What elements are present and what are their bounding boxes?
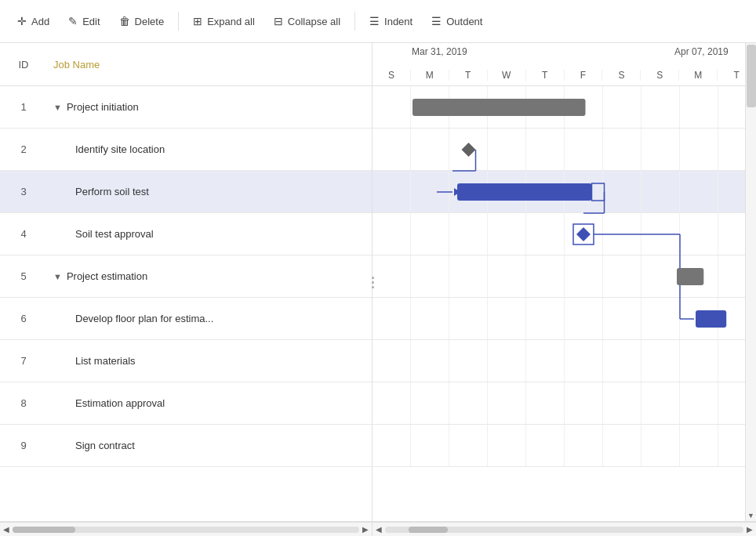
left-scroll-left-arrow[interactable]: ◀ (3, 525, 9, 534)
gantt-day-6: S (602, 70, 641, 81)
right-scrollbar[interactable]: ◀ ▶ (373, 523, 756, 536)
task-row-8[interactable]: 8Estimation approval (0, 382, 372, 425)
task-table: ID Job Name 1▼ Project initiation2Identi… (0, 43, 373, 521)
divider-2 (354, 12, 355, 31)
task-name-8: Estimation approval (47, 397, 372, 409)
gantt-cell-6-7 (642, 340, 680, 382)
gantt-cell-6-6 (603, 340, 642, 382)
gantt-cell-5-2 (449, 298, 488, 339)
gantt-panel: Mar 31, 2019 Apr 07, 2019 SMTWTFSSMT ▲ ▼ (373, 43, 756, 521)
task-row-2[interactable]: 2Identify site location (0, 129, 372, 171)
expand-arrow-5[interactable]: ▼ (53, 272, 62, 281)
gantt-cell-7-3 (488, 382, 526, 424)
gantt-cell-5-5 (565, 298, 603, 339)
gantt-cell-2-7 (642, 171, 680, 212)
collapse-all-icon: ⊟ (274, 15, 283, 27)
collapse-all-button[interactable]: ⊟ Collapse all (266, 10, 348, 32)
expand-all-button[interactable]: ⊞ Expand all (185, 10, 263, 32)
gantt-cell-8-1 (411, 425, 449, 466)
task-id-1: 1 (0, 101, 47, 113)
right-scroll-track[interactable] (385, 527, 743, 533)
gantt-cell-0-6 (603, 86, 642, 128)
gantt-cell-2-4 (526, 171, 565, 212)
task-name-7: List materials (47, 355, 372, 367)
outdent-icon: ☰ (431, 15, 442, 27)
task-name-6: Develop floor plan for estima... (47, 313, 372, 324)
gantt-cell-7-4 (526, 382, 565, 424)
right-scroll-thumb[interactable] (409, 527, 448, 533)
gantt-cell-4-6 (603, 255, 642, 297)
gantt-cell-0-0 (373, 86, 411, 128)
task-name-5: ▼ Project estimation (47, 270, 372, 282)
gantt-day-8: M (679, 70, 718, 81)
right-scroll-right-arrow[interactable]: ▶ (747, 525, 753, 534)
gantt-cell-7-6 (603, 382, 642, 424)
gantt-cell-0-2 (449, 86, 488, 128)
gantt-cell-3-5 (565, 213, 603, 255)
left-scroll-thumb[interactable] (13, 527, 75, 533)
task-row-1[interactable]: 1▼ Project initiation (0, 86, 372, 129)
gantt-cell-8-3 (488, 425, 526, 466)
task-row-6[interactable]: 6Develop floor plan for estima... (0, 298, 372, 340)
col-name-header: Job Name (47, 59, 372, 71)
gantt-cell-1-7 (642, 129, 680, 170)
task-row-9[interactable]: 9Sign contract (0, 425, 372, 467)
task-row-5[interactable]: 5▼ Project estimation (0, 255, 372, 298)
gantt-cell-5-3 (488, 298, 526, 339)
gantt-cell-7-5 (565, 382, 603, 424)
gantt-day-3: W (488, 70, 526, 81)
add-button[interactable]: ✛ Add (9, 10, 57, 32)
gantt-cell-6-0 (373, 340, 411, 382)
gantt-cell-6-5 (565, 340, 603, 382)
outdent-button[interactable]: ☰ Outdent (423, 10, 490, 32)
v-scroll-down[interactable]: ▼ (746, 510, 756, 521)
gantt-cell-1-3 (488, 129, 526, 170)
task-id-9: 9 (0, 440, 47, 451)
edit-button[interactable]: ✎ Edit (60, 10, 107, 32)
week2-label: Apr 07, 2019 (674, 46, 729, 57)
gantt-cell-4-0 (373, 255, 411, 297)
gantt-cell-5-7 (642, 298, 680, 339)
gantt-row-1 (373, 86, 756, 129)
expand-arrow-1[interactable]: ▼ (53, 103, 62, 112)
gantt-cell-2-6 (603, 171, 642, 212)
gantt-cell-4-3 (488, 255, 526, 297)
gantt-day-4: T (526, 70, 565, 81)
gantt-day-0: S (373, 70, 411, 81)
task-name-3: Perform soil test (47, 186, 372, 197)
expand-all-label: Expand all (207, 16, 255, 27)
gantt-row-3 (373, 171, 756, 213)
gantt-cell-8-4 (526, 425, 565, 466)
vertical-scrollbar[interactable]: ▲ ▼ (745, 43, 756, 521)
gantt-cell-3-0 (373, 213, 411, 255)
task-row-3[interactable]: 3Perform soil test (0, 171, 372, 213)
task-id-2: 2 (0, 143, 47, 155)
indent-button[interactable]: ☰ Indent (362, 10, 420, 32)
gantt-cell-5-6 (603, 298, 642, 339)
task-id-4: 4 (0, 228, 47, 240)
right-scroll-left-arrow[interactable]: ◀ (376, 525, 382, 534)
gantt-cell-2-0 (373, 171, 411, 212)
gantt-cell-4-1 (411, 255, 449, 297)
left-scrollbar[interactable]: ◀ ▶ (0, 523, 373, 536)
gantt-cell-2-5 (565, 171, 603, 212)
gantt-cell-3-8 (680, 213, 718, 255)
gantt-row-8 (373, 382, 756, 425)
gantt-cell-3-4 (526, 213, 565, 255)
task-row-4[interactable]: 4Soil test approval (0, 213, 372, 255)
gantt-row-7 (373, 340, 756, 382)
v-scroll-thumb[interactable] (747, 45, 756, 107)
gantt-cell-6-1 (411, 340, 449, 382)
edit-label: Edit (82, 16, 100, 27)
week1-label: Mar 31, 2019 (412, 46, 467, 57)
gantt-row-5 (373, 255, 756, 298)
left-scroll-track[interactable] (13, 527, 359, 533)
gantt-cell-4-2 (449, 255, 488, 297)
task-name-9: Sign contract (47, 440, 372, 451)
delete-button[interactable]: 🗑 Delete (111, 10, 173, 32)
left-scroll-right-arrow[interactable]: ▶ (362, 525, 369, 534)
indent-icon: ☰ (369, 15, 380, 27)
gantt-cell-8-5 (565, 425, 603, 466)
task-row-7[interactable]: 7List materials (0, 340, 372, 382)
column-resizer[interactable] (370, 43, 375, 521)
